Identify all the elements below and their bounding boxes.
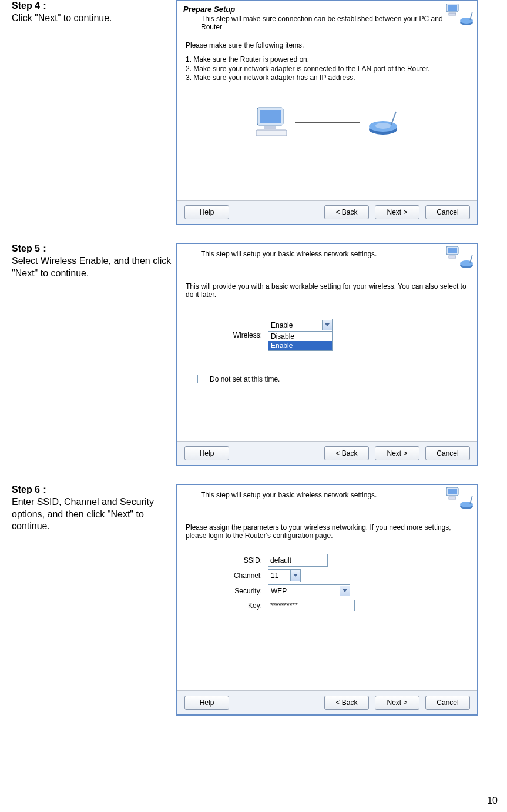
pc-router-icon: [446, 246, 474, 270]
svg-rect-22: [448, 489, 457, 494]
chevron-down-icon[interactable]: [340, 586, 350, 596]
key-label: Key:: [186, 602, 268, 610]
help-button[interactable]: Help: [184, 205, 229, 219]
step5-text: Step 5： Select Wireless Enable, and then…: [12, 243, 176, 279]
help-button[interactable]: Help: [184, 696, 229, 710]
wireless-dropdown[interactable]: Enable Disable Enable: [268, 319, 333, 351]
back-button[interactable]: < Back: [324, 696, 369, 710]
svg-rect-16: [449, 256, 456, 258]
svg-point-25: [460, 502, 473, 507]
ssid-label: SSID:: [186, 556, 268, 564]
cancel-button[interactable]: Cancel: [425, 696, 470, 710]
pc-icon: [254, 106, 289, 139]
cancel-button[interactable]: Cancel: [425, 446, 470, 460]
wireless-label: Wireless:: [186, 331, 268, 339]
step5-desc: Select Wireless Enable, and then click "…: [12, 256, 171, 278]
router-icon: [365, 109, 401, 136]
dialog-step5: This step will setup your basic wireless…: [176, 243, 478, 466]
channel-value: 11: [268, 572, 290, 580]
security-label: Security:: [186, 587, 268, 595]
do-not-set-label: Do not set at this time.: [210, 375, 280, 383]
next-button[interactable]: Next >: [375, 696, 419, 710]
pc-router-icon: [446, 4, 474, 27]
dialog4-item-list: 1. Make sure the Router is powered on. 2…: [186, 55, 469, 83]
key-value: **********: [270, 602, 298, 610]
dropdown-option-enable[interactable]: Enable: [268, 341, 332, 350]
step5-title: Step 5：: [12, 243, 49, 253]
step4-desc: Click "Next" to continue.: [12, 13, 112, 23]
help-button[interactable]: Help: [184, 446, 229, 460]
svg-marker-28: [343, 589, 347, 592]
back-button[interactable]: < Back: [324, 446, 369, 460]
svg-line-13: [391, 112, 396, 125]
dialog5-info: This will provide you with a basic worka…: [186, 282, 469, 299]
dialog6-info: Please assign the parameters to your wir…: [186, 523, 469, 540]
svg-rect-8: [264, 126, 276, 129]
svg-rect-7: [260, 110, 281, 123]
wireless-dropdown-list: Disable Enable: [268, 332, 333, 351]
ssid-value: default: [269, 556, 293, 565]
ssid-input[interactable]: default: [268, 554, 328, 567]
dialog6-subtitle: This step will setup your basic wireless…: [183, 490, 471, 500]
next-button[interactable]: Next >: [375, 205, 419, 219]
do-not-set-checkbox[interactable]: [197, 375, 206, 383]
dialog4-subtitle: This step will make sure connection can …: [183, 14, 471, 32]
key-input[interactable]: **********: [268, 600, 355, 611]
dialog4-pleasemake: Please make sure the following items.: [186, 41, 469, 49]
svg-rect-1: [448, 5, 457, 11]
dialog6-buttonbar: Help < Back Next > Cancel: [177, 690, 477, 714]
connection-line-icon: [295, 122, 360, 123]
security-value: WEP: [268, 587, 340, 595]
page-number: 10: [487, 796, 498, 806]
svg-rect-9: [256, 130, 287, 136]
svg-point-12: [375, 123, 391, 129]
svg-rect-15: [448, 248, 457, 253]
svg-point-18: [460, 260, 473, 266]
back-button[interactable]: < Back: [324, 205, 369, 219]
dropdown-option-disable[interactable]: Disable: [268, 332, 332, 341]
chevron-down-icon[interactable]: [322, 320, 332, 330]
channel-label: Channel:: [186, 572, 268, 580]
list-item: 2. Make sure your network adapter is con…: [186, 65, 469, 74]
channel-dropdown[interactable]: 11: [268, 569, 301, 582]
step6-desc: Enter SSID, Channel and Security options…: [12, 497, 154, 532]
security-dropdown[interactable]: WEP: [268, 584, 350, 597]
dialog4-buttonbar: Help < Back Next > Cancel: [177, 200, 477, 224]
dialog4-title: Prepare Setup: [183, 5, 471, 14]
svg-point-4: [460, 18, 473, 24]
step4-text: Step 4： Click "Next" to continue.: [12, 0, 176, 25]
dialog5-buttonbar: Help < Back Next > Cancel: [177, 441, 477, 465]
svg-rect-2: [449, 13, 456, 15]
list-item: 1. Make sure the Router is powered on.: [186, 55, 469, 65]
dialog5-subtitle: This step will setup your basic wireless…: [183, 249, 471, 259]
svg-rect-23: [449, 497, 456, 499]
cancel-button[interactable]: Cancel: [425, 205, 470, 219]
chevron-down-icon[interactable]: [290, 570, 300, 581]
svg-marker-20: [325, 323, 330, 326]
svg-marker-27: [293, 574, 298, 577]
pc-router-icon: [446, 487, 474, 511]
dialog-step6: This step will setup your basic wireless…: [176, 484, 478, 716]
next-button[interactable]: Next >: [375, 446, 419, 460]
wireless-dropdown-text: Enable: [268, 321, 322, 329]
step4-title: Step 4：: [12, 1, 49, 11]
connection-diagram: [186, 106, 469, 139]
step6-text: Step 6： Enter SSID, Channel and Security…: [12, 484, 176, 533]
step6-title: Step 6：: [12, 484, 49, 494]
list-item: 3. Make sure your network adapter has an…: [186, 73, 469, 83]
dialog-step4: Prepare Setup This step will make sure c…: [176, 0, 478, 225]
